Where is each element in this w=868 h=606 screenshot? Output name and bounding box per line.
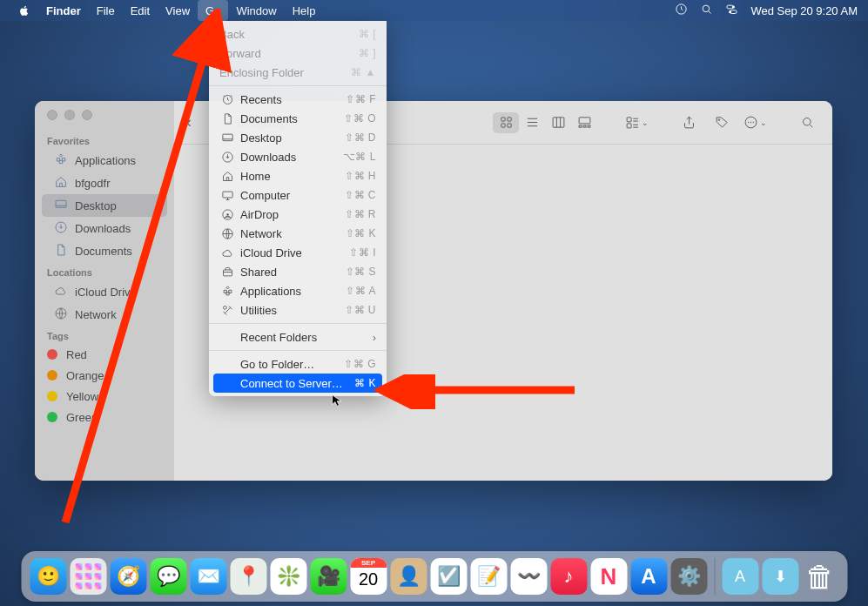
sidebar-item-label: iCloud Drive (75, 286, 137, 299)
menubar-app-name[interactable]: Finder (38, 0, 89, 21)
apple-menu[interactable] (10, 0, 38, 21)
dock-photos[interactable]: ❇️ (270, 558, 306, 595)
sidebar-item-bfgodfr[interactable]: bfgodfr (42, 172, 167, 194)
menu-item-home[interactable]: Home⇧⌘ H (209, 166, 387, 185)
utils-icon (219, 304, 235, 317)
dock-freeform[interactable]: 〰️ (510, 558, 547, 595)
svg-rect-6 (56, 200, 66, 207)
tag-dot-icon (47, 349, 57, 360)
menu-item-applications[interactable]: Applications⇧⌘ A (209, 281, 387, 300)
menu-item-label: Recent Folders (240, 331, 373, 344)
svg-point-31 (226, 213, 229, 216)
sidebar-tag-green[interactable]: Green (35, 407, 174, 428)
menu-item-downloads[interactable]: Downloads⌥⌘ L (209, 147, 387, 166)
sidebar-item-network[interactable]: Network (42, 303, 167, 326)
dock-appstore[interactable]: A (630, 558, 667, 595)
apps-icon (219, 285, 235, 298)
minimize-button[interactable] (64, 110, 75, 120)
sidebar-tag-orange[interactable]: Orange (35, 365, 174, 386)
menu-item-recent-folders[interactable]: Recent Folders› (209, 327, 387, 347)
dock-facetime[interactable]: 🎥 (310, 558, 347, 595)
menubar-help[interactable]: Help (285, 0, 324, 21)
svg-point-20 (718, 119, 720, 121)
view-columns-button[interactable] (545, 112, 571, 133)
menubar-edit[interactable]: Edit (123, 0, 158, 21)
group-button[interactable]: ⌄ (623, 112, 649, 133)
search-button[interactable] (794, 112, 820, 133)
shortcut-label: ⌘ [ (359, 28, 376, 40)
dock-calendar[interactable]: SEP20 (350, 558, 387, 595)
sidebar-item-downloads[interactable]: Downloads (42, 217, 167, 239)
menu-item-utilities[interactable]: Utilities⇧⌘ U (209, 300, 387, 320)
dock-trash[interactable]: 🗑 (802, 558, 838, 595)
svg-rect-17 (588, 125, 590, 127)
shortcut-label: ⇧⌘ U (345, 304, 376, 316)
tag-dot-icon (47, 412, 57, 422)
spotlight-icon[interactable] (700, 3, 713, 18)
dock-settings[interactable]: ⚙️ (670, 558, 707, 595)
airdrop-icon (219, 208, 235, 221)
close-button[interactable] (47, 110, 57, 120)
menu-item-documents[interactable]: Documents⇧⌘ O (209, 109, 387, 128)
sidebar-item-label: Network (75, 308, 117, 321)
dock-safari[interactable]: 🧭 (110, 558, 146, 595)
shortcut-label: ⇧⌘ C (345, 189, 376, 201)
menubar-window[interactable]: Window (228, 0, 284, 21)
menubar: Finder File Edit View Go Window Help Wed… (0, 0, 868, 21)
dock: 🙂🧭💬✉️📍❇️🎥SEP20👤☑️📝〰️♪NA⚙️A⬇︎🗑 (21, 551, 847, 602)
dock-finder[interactable]: 🙂 (30, 558, 66, 595)
shortcut-label: ⇧⌘ K (346, 227, 376, 239)
menubar-file[interactable]: File (89, 0, 123, 21)
tags-button[interactable] (709, 112, 735, 133)
dock-reminders[interactable]: ☑️ (430, 558, 467, 595)
shortcut-label: ⇧⌘ I (349, 246, 376, 259)
menu-item-airdrop[interactable]: AirDrop⇧⌘ R (209, 205, 387, 224)
menu-item-computer[interactable]: Computer⇧⌘ C (209, 185, 387, 205)
control-center-icon[interactable] (725, 3, 738, 18)
menubar-datetime[interactable]: Wed Sep 20 9:20 AM (750, 4, 858, 17)
sidebar-item-applications[interactable]: Applications (42, 149, 167, 172)
dock-apps-folder[interactable]: A (722, 558, 758, 595)
sidebar-item-desktop[interactable]: Desktop (42, 194, 167, 217)
sidebar-item-icloud-drive[interactable]: iCloud Drive (42, 280, 167, 303)
dock-downloads-folder[interactable]: ⬇︎ (762, 558, 798, 595)
shortcut-label: ⇧⌘ F (346, 93, 376, 105)
menu-item-go-to-folder[interactable]: Go to Folder…⇧⌘ G (209, 354, 387, 374)
view-gallery-button[interactable] (571, 112, 597, 133)
menu-item-connect-to-server[interactable]: Connect to Server…⌘ K (213, 374, 382, 393)
menu-item-icloud-drive[interactable]: iCloud Drive⇧⌘ I (209, 243, 387, 262)
sidebar-tag-red[interactable]: Red (35, 344, 174, 365)
zoom-button[interactable] (82, 110, 92, 120)
sidebar-item-documents[interactable]: Documents (42, 239, 167, 262)
clock-icon[interactable] (675, 3, 688, 18)
sidebar-tag-yellow[interactable]: Yellow (35, 386, 174, 407)
menubar-view[interactable]: View (158, 0, 198, 21)
svg-rect-12 (507, 124, 510, 127)
menu-item-network[interactable]: Network⇧⌘ K (209, 224, 387, 243)
home-icon (219, 170, 235, 183)
dock-mail[interactable]: ✉️ (190, 558, 226, 595)
globe-icon (219, 227, 235, 240)
dock-music[interactable]: ♪ (550, 558, 587, 595)
dock-news[interactable]: N (590, 558, 627, 595)
dock-notes[interactable]: 📝 (470, 558, 507, 595)
view-list-button[interactable] (519, 112, 545, 133)
shortcut-label: ⌘ K (354, 377, 376, 389)
back-button[interactable]: ‹ (186, 113, 192, 131)
menubar-go[interactable]: Go (198, 0, 228, 21)
dock-launchpad[interactable] (70, 558, 106, 595)
share-button[interactable] (676, 112, 702, 133)
view-icons-button[interactable] (493, 112, 519, 133)
action-button[interactable]: ⌄ (742, 112, 768, 133)
menu-item-shared[interactable]: Shared⇧⌘ S (209, 262, 387, 281)
svg-point-24 (752, 122, 753, 123)
menu-item-label: iCloud Drive (240, 246, 349, 259)
dock-maps[interactable]: 📍 (230, 558, 266, 595)
menu-item-label: Enclosing Folder (219, 66, 351, 79)
dock-messages[interactable]: 💬 (150, 558, 186, 595)
sidebar-item-label: Downloads (75, 222, 131, 235)
menu-item-label: Back (219, 28, 359, 41)
menu-item-desktop[interactable]: Desktop⇧⌘ D (209, 128, 387, 147)
dock-contacts[interactable]: 👤 (390, 558, 427, 595)
menu-item-recents[interactable]: Recents⇧⌘ F (209, 90, 387, 109)
